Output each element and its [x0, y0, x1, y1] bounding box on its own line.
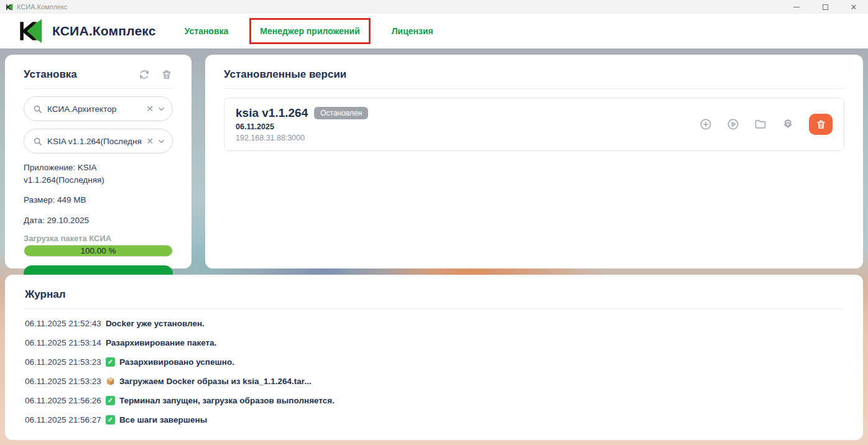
search-icon	[33, 137, 42, 146]
log-entry: 06.11.2025 21:56:26 ✓ Терминал запущен, …	[25, 396, 843, 405]
nav-item-app-manager[interactable]: Менеджер приложений	[260, 26, 359, 36]
app-logo-icon	[5, 3, 13, 11]
journal-list: 06.11.2025 21:52:43 Docker уже установле…	[25, 319, 843, 424]
highlight-box: Менеджер приложений	[249, 18, 370, 44]
start-button[interactable]	[727, 118, 739, 131]
log-entry: 06.11.2025 21:53:14 Разархивирование пак…	[25, 338, 843, 347]
trash-icon	[816, 119, 826, 130]
progress-value: 100.00 %	[24, 245, 172, 256]
chevron-down-icon[interactable]	[158, 106, 165, 112]
log-message: Терминал запущен, загрузка образов выпол…	[119, 396, 335, 405]
check-icon: ✓	[106, 396, 115, 405]
version-select[interactable]: KSIA v1.1.264(Последняя) ✕	[24, 129, 173, 154]
log-entry: 06.11.2025 21:53:23 ✓ Разархивировано ус…	[25, 357, 843, 367]
nav-item-installation[interactable]: Установка	[185, 26, 229, 36]
log-entry: 06.11.2025 21:56:27 ✓ Все шаги завершены	[25, 415, 843, 424]
size-info-line: Размер: 449 MB	[24, 194, 173, 206]
titlebar: КСИА.Комплекс ✕	[0, 0, 868, 14]
log-timestamp: 06.11.2025 21:52:43	[25, 319, 101, 328]
install-panel: Установка КСИА.Архитектор ✕	[5, 55, 192, 268]
installed-versions-title: Установленные версии	[224, 68, 346, 81]
status-badge: Остановлен	[314, 107, 368, 119]
log-message: Разархивировано успешно.	[119, 357, 234, 367]
nav-item-license[interactable]: Лицензия	[392, 26, 433, 36]
close-icon: ✕	[851, 3, 857, 11]
log-timestamp: 06.11.2025 21:56:26	[25, 396, 101, 405]
settings-button[interactable]	[782, 118, 794, 131]
version-address: 192.168.31.88:3000	[236, 134, 368, 142]
refresh-icon	[139, 69, 150, 80]
package-icon	[106, 377, 115, 386]
refresh-button[interactable]	[138, 68, 150, 81]
check-icon: ✓	[106, 415, 115, 424]
folder-icon	[754, 118, 767, 131]
main-content: Установка КСИА.Архитектор ✕	[0, 48, 868, 445]
installed-versions-panel: Установленные версии ksia v1.1.264 Остан…	[205, 55, 863, 268]
app-header: КСИА.Комплекс Установка Менеджер приложе…	[0, 14, 868, 48]
check-icon: ✓	[106, 357, 115, 367]
application-info-line: Приложение: KSIA v1.1.264(Последняя)	[24, 162, 173, 186]
add-button[interactable]	[699, 118, 712, 131]
version-card: ksia v1.1.264 Остановлен 06.11.2025 192.…	[224, 98, 844, 151]
version-date: 06.11.2025	[236, 122, 368, 131]
open-folder-button[interactable]	[754, 118, 767, 131]
trash-icon	[161, 69, 172, 80]
page-title: КСИА.Комплекс	[52, 24, 156, 39]
log-message: Все шаги завершены	[119, 415, 207, 424]
main-nav: Установка Менеджер приложений Лицензия	[185, 24, 433, 39]
titlebar-title: КСИА.Комплекс	[17, 3, 68, 11]
maximize-icon	[823, 4, 828, 10]
play-circle-icon	[727, 118, 739, 131]
log-entry: 06.11.2025 21:53:23 Загружаем Docker обр…	[25, 377, 843, 386]
clear-selection-button[interactable]	[160, 68, 173, 81]
install-panel-title: Установка	[24, 68, 77, 81]
application-select-value: КСИА.Архитектор	[47, 104, 142, 114]
date-info-line: Дата: 29.10.2025	[24, 214, 173, 227]
version-select-value: KSIA v1.1.264(Последняя)	[47, 137, 142, 146]
clear-icon[interactable]: ✕	[142, 104, 158, 114]
journal-panel: Журнал 06.11.2025 21:52:43 Docker уже ус…	[5, 275, 863, 440]
progress-label: Загрузка пакета КСИА	[24, 234, 173, 243]
log-timestamp: 06.11.2025 21:53:14	[25, 338, 101, 347]
plus-circle-icon	[699, 118, 712, 131]
version-name: ksia v1.1.264	[236, 106, 308, 120]
minimize-icon	[793, 7, 800, 7]
chevron-down-icon[interactable]	[158, 138, 165, 145]
journal-title: Журнал	[25, 288, 66, 301]
log-message: Загружаем Docker образы из ksia_1.1.264.…	[119, 377, 312, 386]
maximize-button[interactable]	[811, 0, 839, 14]
log-timestamp: 06.11.2025 21:56:27	[25, 415, 101, 424]
app-logo-icon	[15, 17, 44, 45]
gear-icon	[782, 118, 794, 131]
log-message: Разархивирование пакета.	[106, 338, 216, 347]
progress-bar: 100.00 %	[24, 245, 173, 257]
log-timestamp: 06.11.2025 21:53:23	[25, 377, 101, 386]
minimize-button[interactable]	[782, 0, 811, 14]
log-entry: 06.11.2025 21:52:43 Docker уже установле…	[25, 319, 843, 328]
close-button[interactable]: ✕	[839, 0, 868, 14]
log-timestamp: 06.11.2025 21:53:23	[25, 357, 101, 367]
search-icon	[33, 104, 42, 114]
log-message: Docker уже установлен.	[106, 319, 205, 328]
clear-icon[interactable]: ✕	[142, 136, 158, 146]
application-select[interactable]: КСИА.Архитектор ✕	[24, 96, 173, 121]
delete-version-button[interactable]	[809, 114, 833, 135]
